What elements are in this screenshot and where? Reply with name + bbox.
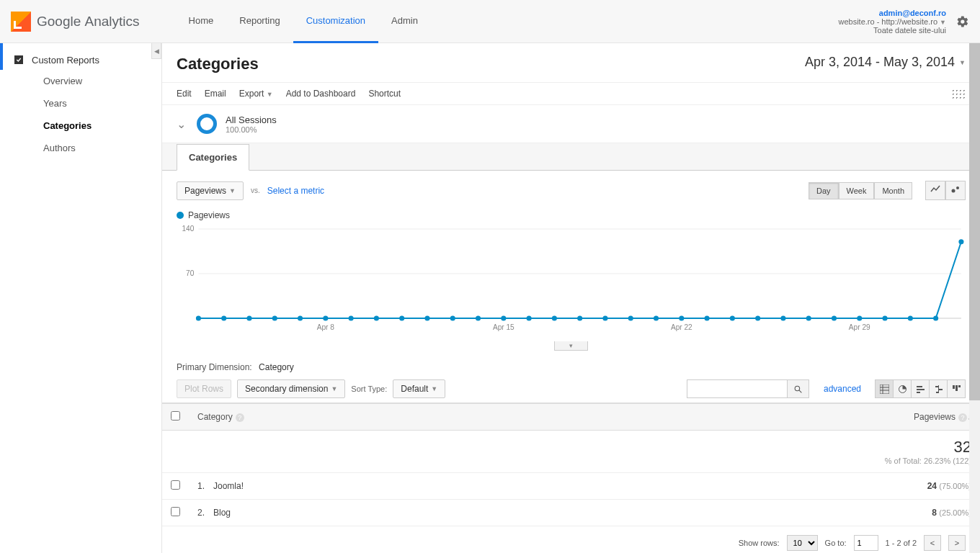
row-checkbox[interactable] xyxy=(171,480,180,490)
metric-selector[interactable]: Pageviews ▼ xyxy=(177,181,244,200)
svg-point-11 xyxy=(298,316,303,321)
sidebar-item-overview[interactable]: Overview xyxy=(0,70,161,92)
svg-line-43 xyxy=(799,390,801,392)
svg-point-20 xyxy=(527,316,532,321)
svg-point-33 xyxy=(857,316,862,321)
view-pie-icon[interactable] xyxy=(893,379,912,398)
col-header-pageviews[interactable]: Pageviews?↓ xyxy=(490,404,980,431)
sort-type-label: Sort Type: xyxy=(351,385,387,393)
scrollbar[interactable] xyxy=(969,43,980,553)
svg-point-34 xyxy=(883,316,888,321)
legend-label: Pageviews xyxy=(188,210,230,220)
email-button[interactable]: Email xyxy=(205,89,226,99)
svg-point-26 xyxy=(679,316,684,321)
segment-expand[interactable]: ⌄ xyxy=(177,117,197,131)
toggle-month[interactable]: Month xyxy=(874,182,912,199)
sidebar-section-custom-reports[interactable]: Custom Reports xyxy=(0,43,161,70)
svg-point-22 xyxy=(577,316,582,321)
date-range-picker[interactable]: Apr 3, 2014 - May 3, 2014▼ xyxy=(805,55,966,70)
segment-name: All Sessions xyxy=(226,114,277,125)
sort-type-selector[interactable]: Default ▼ xyxy=(393,379,445,398)
svg-point-9 xyxy=(246,316,251,321)
goto-page-input[interactable] xyxy=(854,535,878,551)
analytics-logo-icon xyxy=(11,12,31,32)
chart-collapse-handle[interactable]: ▾ xyxy=(554,341,588,351)
svg-point-7 xyxy=(196,316,201,321)
toggle-day[interactable]: Day xyxy=(808,182,839,199)
svg-point-1 xyxy=(956,186,959,189)
svg-text:Apr 29: Apr 29 xyxy=(849,323,870,331)
total-cell: 32 % of Total: 26.23% (122) xyxy=(490,431,980,473)
nav-admin[interactable]: Admin xyxy=(378,0,431,43)
nav-reporting[interactable]: Reporting xyxy=(226,0,293,43)
svg-rect-56 xyxy=(953,385,955,389)
col-header-category[interactable]: Category? xyxy=(189,404,490,431)
svg-point-8 xyxy=(221,316,226,321)
svg-point-18 xyxy=(476,316,481,321)
edit-button[interactable]: Edit xyxy=(177,89,192,99)
widget-grid-icon[interactable] xyxy=(951,89,966,99)
table-search-input[interactable] xyxy=(687,379,788,398)
account-info[interactable]: admin@deconf.ro website.ro - http://webs… xyxy=(838,9,946,35)
svg-point-27 xyxy=(705,316,710,321)
view-pivot-icon[interactable] xyxy=(947,379,966,398)
chart-type-line[interactable] xyxy=(925,181,945,200)
rows-per-page-select[interactable]: 10 xyxy=(787,535,818,551)
sidebar-item-authors[interactable]: Authors xyxy=(0,137,161,159)
svg-text:140: 140 xyxy=(182,225,194,233)
search-icon xyxy=(793,385,803,394)
toggle-week[interactable]: Week xyxy=(839,182,875,199)
secondary-dimension-selector[interactable]: Secondary dimension ▼ xyxy=(237,379,345,398)
svg-rect-44 xyxy=(880,385,889,394)
svg-point-36 xyxy=(933,316,938,321)
export-button[interactable]: Export ▼ xyxy=(239,89,273,99)
page-title: Categories xyxy=(177,55,259,73)
prev-page-button[interactable]: < xyxy=(924,535,941,551)
table-search-button[interactable] xyxy=(788,379,809,398)
svg-text:70: 70 xyxy=(186,269,195,277)
svg-point-31 xyxy=(806,316,811,321)
svg-rect-50 xyxy=(917,389,925,390)
segment-circle-icon xyxy=(197,114,217,134)
svg-point-29 xyxy=(755,316,760,321)
row-link[interactable]: Joomla! xyxy=(213,481,244,491)
svg-point-0 xyxy=(952,189,956,193)
select-metric-link[interactable]: Select a metric xyxy=(267,186,324,196)
show-rows-label: Show rows: xyxy=(739,539,780,547)
svg-text:Apr 22: Apr 22 xyxy=(671,323,692,331)
chart-type-motion[interactable] xyxy=(945,181,966,200)
next-page-button[interactable]: > xyxy=(948,535,966,551)
svg-point-15 xyxy=(399,316,404,321)
add-dashboard-button[interactable]: Add to Dashboard xyxy=(286,89,356,99)
table-row: 2.Blog 8 (25.00%) xyxy=(162,500,980,526)
vs-label: vs. xyxy=(251,186,260,194)
view-table-icon[interactable] xyxy=(875,379,894,398)
nav-home[interactable]: Home xyxy=(176,0,227,43)
sidebar-collapse[interactable]: ◀ xyxy=(151,43,161,59)
svg-point-32 xyxy=(832,316,837,321)
view-bar-icon[interactable] xyxy=(911,379,930,398)
select-all-checkbox[interactable] xyxy=(171,411,180,421)
tab-categories[interactable]: Categories xyxy=(177,144,249,171)
main-content: Categories Apr 3, 2014 - May 3, 2014▼ Ed… xyxy=(162,43,980,553)
sidebar-item-categories[interactable]: Categories xyxy=(0,114,161,137)
svg-rect-58 xyxy=(958,385,961,387)
svg-point-42 xyxy=(795,386,800,391)
shortcut-button[interactable]: Shortcut xyxy=(368,89,401,99)
row-link[interactable]: Blog xyxy=(213,508,231,518)
primary-dimension-value[interactable]: Category xyxy=(259,362,294,372)
view-comparison-icon[interactable] xyxy=(929,379,948,398)
help-icon[interactable]: ? xyxy=(958,413,967,422)
help-icon[interactable]: ? xyxy=(236,413,244,422)
nav-customization[interactable]: Customization xyxy=(293,0,378,43)
data-table: Category? Pageviews?↓ 32 % of Total: 26.… xyxy=(162,403,980,526)
svg-point-13 xyxy=(349,316,354,321)
sidebar-item-years[interactable]: Years xyxy=(0,92,161,114)
svg-point-28 xyxy=(730,316,735,321)
table-row: 1.Joomla! 24 (75.00%) xyxy=(162,473,980,500)
row-checkbox[interactable] xyxy=(171,507,180,516)
advanced-filter-link[interactable]: advanced xyxy=(824,384,861,394)
gear-icon[interactable] xyxy=(956,15,969,28)
plot-rows-button: Plot Rows xyxy=(177,379,231,398)
report-icon xyxy=(13,54,24,66)
